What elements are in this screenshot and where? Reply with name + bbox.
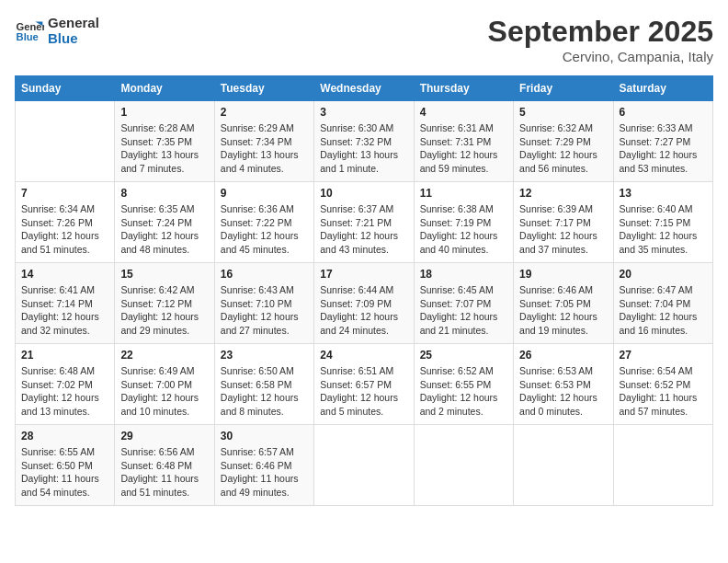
calendar-cell: 23Sunrise: 6:50 AM Sunset: 6:58 PM Dayli… — [214, 344, 313, 425]
day-number: 11 — [420, 187, 507, 200]
weekday-header: Thursday — [414, 76, 513, 101]
day-number: 26 — [519, 349, 607, 362]
calendar-cell: 19Sunrise: 6:46 AM Sunset: 7:05 PM Dayli… — [514, 263, 613, 344]
calendar-cell — [16, 101, 115, 182]
calendar-cell: 17Sunrise: 6:44 AM Sunset: 7:09 PM Dayli… — [314, 263, 414, 344]
title-block: September 2025 Cervino, Campania, Italy — [488, 15, 713, 64]
calendar-cell: 6Sunrise: 6:33 AM Sunset: 7:27 PM Daylig… — [613, 101, 712, 182]
day-info: Sunrise: 6:35 AM Sunset: 7:24 PM Dayligh… — [120, 202, 208, 257]
day-number: 19 — [519, 268, 607, 281]
day-number: 6 — [620, 106, 707, 119]
day-info: Sunrise: 6:41 AM Sunset: 7:14 PM Dayligh… — [21, 283, 108, 338]
calendar-cell: 3Sunrise: 6:30 AM Sunset: 7:32 PM Daylig… — [314, 101, 414, 182]
weekday-header-row: SundayMondayTuesdayWednesdayThursdayFrid… — [16, 76, 713, 101]
month-title: September 2025 — [488, 15, 713, 49]
day-info: Sunrise: 6:40 AM Sunset: 7:15 PM Dayligh… — [620, 202, 707, 257]
day-number: 20 — [620, 268, 707, 281]
logo-icon: General Blue — [15, 16, 44, 45]
calendar-cell — [514, 425, 613, 506]
day-number: 23 — [221, 349, 308, 362]
calendar-week-row: 21Sunrise: 6:48 AM Sunset: 7:02 PM Dayli… — [16, 344, 713, 425]
day-info: Sunrise: 6:45 AM Sunset: 7:07 PM Dayligh… — [420, 283, 507, 338]
weekday-header: Wednesday — [314, 76, 414, 101]
day-info: Sunrise: 6:33 AM Sunset: 7:27 PM Dayligh… — [620, 121, 707, 176]
day-number: 4 — [420, 106, 507, 119]
day-info: Sunrise: 6:28 AM Sunset: 7:35 PM Dayligh… — [120, 121, 208, 176]
calendar-table: SundayMondayTuesdayWednesdayThursdayFrid… — [15, 75, 713, 506]
calendar-week-row: 7Sunrise: 6:34 AM Sunset: 7:26 PM Daylig… — [16, 182, 713, 263]
day-info: Sunrise: 6:30 AM Sunset: 7:32 PM Dayligh… — [320, 121, 407, 176]
day-number: 12 — [519, 187, 607, 200]
day-info: Sunrise: 6:55 AM Sunset: 6:50 PM Dayligh… — [21, 445, 108, 500]
calendar-cell: 27Sunrise: 6:54 AM Sunset: 6:52 PM Dayli… — [613, 344, 712, 425]
day-number: 5 — [519, 106, 607, 119]
calendar-cell: 15Sunrise: 6:42 AM Sunset: 7:12 PM Dayli… — [115, 263, 214, 344]
day-number: 7 — [21, 187, 108, 200]
day-number: 25 — [420, 349, 507, 362]
calendar-cell: 8Sunrise: 6:35 AM Sunset: 7:24 PM Daylig… — [115, 182, 214, 263]
day-info: Sunrise: 6:32 AM Sunset: 7:29 PM Dayligh… — [519, 121, 607, 176]
weekday-header: Monday — [115, 76, 214, 101]
day-info: Sunrise: 6:42 AM Sunset: 7:12 PM Dayligh… — [120, 283, 208, 338]
day-info: Sunrise: 6:52 AM Sunset: 6:55 PM Dayligh… — [420, 364, 507, 419]
calendar-cell: 10Sunrise: 6:37 AM Sunset: 7:21 PM Dayli… — [314, 182, 414, 263]
weekday-header: Friday — [514, 76, 613, 101]
day-info: Sunrise: 6:56 AM Sunset: 6:48 PM Dayligh… — [120, 445, 208, 500]
calendar-cell: 25Sunrise: 6:52 AM Sunset: 6:55 PM Dayli… — [414, 344, 513, 425]
day-number: 1 — [120, 106, 208, 119]
day-number: 24 — [320, 349, 407, 362]
day-info: Sunrise: 6:44 AM Sunset: 7:09 PM Dayligh… — [320, 283, 407, 338]
logo-general: General — [48, 15, 99, 30]
day-number: 22 — [120, 349, 208, 362]
day-info: Sunrise: 6:51 AM Sunset: 6:57 PM Dayligh… — [320, 364, 407, 419]
svg-text:Blue: Blue — [17, 31, 39, 42]
calendar-cell: 9Sunrise: 6:36 AM Sunset: 7:22 PM Daylig… — [214, 182, 313, 263]
calendar-cell — [314, 425, 414, 506]
day-number: 17 — [320, 268, 407, 281]
day-info: Sunrise: 6:47 AM Sunset: 7:04 PM Dayligh… — [620, 283, 707, 338]
calendar-cell: 5Sunrise: 6:32 AM Sunset: 7:29 PM Daylig… — [514, 101, 613, 182]
calendar-cell: 7Sunrise: 6:34 AM Sunset: 7:26 PM Daylig… — [16, 182, 115, 263]
day-info: Sunrise: 6:38 AM Sunset: 7:19 PM Dayligh… — [420, 202, 507, 257]
logo: General Blue General Blue — [15, 15, 99, 46]
day-info: Sunrise: 6:50 AM Sunset: 6:58 PM Dayligh… — [221, 364, 308, 419]
day-info: Sunrise: 6:39 AM Sunset: 7:17 PM Dayligh… — [519, 202, 607, 257]
day-info: Sunrise: 6:46 AM Sunset: 7:05 PM Dayligh… — [519, 283, 607, 338]
calendar-cell: 4Sunrise: 6:31 AM Sunset: 7:31 PM Daylig… — [414, 101, 513, 182]
day-number: 2 — [221, 106, 308, 119]
calendar-cell: 14Sunrise: 6:41 AM Sunset: 7:14 PM Dayli… — [16, 263, 115, 344]
weekday-header: Tuesday — [214, 76, 313, 101]
calendar-cell: 26Sunrise: 6:53 AM Sunset: 6:53 PM Dayli… — [514, 344, 613, 425]
day-number: 3 — [320, 106, 407, 119]
calendar-cell: 30Sunrise: 6:57 AM Sunset: 6:46 PM Dayli… — [214, 425, 313, 506]
day-number: 10 — [320, 187, 407, 200]
calendar-cell: 24Sunrise: 6:51 AM Sunset: 6:57 PM Dayli… — [314, 344, 414, 425]
calendar-cell — [613, 425, 712, 506]
calendar-cell: 18Sunrise: 6:45 AM Sunset: 7:07 PM Dayli… — [414, 263, 513, 344]
day-number: 21 — [21, 349, 108, 362]
calendar-cell — [414, 425, 513, 506]
day-number: 29 — [120, 430, 208, 442]
calendar-cell: 11Sunrise: 6:38 AM Sunset: 7:19 PM Dayli… — [414, 182, 513, 263]
calendar-cell: 28Sunrise: 6:55 AM Sunset: 6:50 PM Dayli… — [16, 425, 115, 506]
day-number: 15 — [120, 268, 208, 281]
day-info: Sunrise: 6:53 AM Sunset: 6:53 PM Dayligh… — [519, 364, 607, 419]
calendar-cell: 1Sunrise: 6:28 AM Sunset: 7:35 PM Daylig… — [115, 101, 214, 182]
day-info: Sunrise: 6:29 AM Sunset: 7:34 PM Dayligh… — [221, 121, 308, 176]
logo-blue: Blue — [48, 30, 99, 46]
day-number: 14 — [21, 268, 108, 281]
calendar-cell: 22Sunrise: 6:49 AM Sunset: 7:00 PM Dayli… — [115, 344, 214, 425]
day-info: Sunrise: 6:34 AM Sunset: 7:26 PM Dayligh… — [21, 202, 108, 257]
page-header: General Blue General Blue September 2025… — [15, 15, 713, 64]
day-info: Sunrise: 6:48 AM Sunset: 7:02 PM Dayligh… — [21, 364, 108, 419]
calendar-cell: 16Sunrise: 6:43 AM Sunset: 7:10 PM Dayli… — [214, 263, 313, 344]
day-number: 8 — [120, 187, 208, 200]
day-number: 18 — [420, 268, 507, 281]
day-info: Sunrise: 6:43 AM Sunset: 7:10 PM Dayligh… — [221, 283, 308, 338]
calendar-week-row: 28Sunrise: 6:55 AM Sunset: 6:50 PM Dayli… — [16, 425, 713, 506]
calendar-cell: 13Sunrise: 6:40 AM Sunset: 7:15 PM Dayli… — [613, 182, 712, 263]
calendar-week-row: 14Sunrise: 6:41 AM Sunset: 7:14 PM Dayli… — [16, 263, 713, 344]
location: Cervino, Campania, Italy — [488, 49, 713, 64]
day-number: 13 — [620, 187, 707, 200]
day-number: 16 — [221, 268, 308, 281]
